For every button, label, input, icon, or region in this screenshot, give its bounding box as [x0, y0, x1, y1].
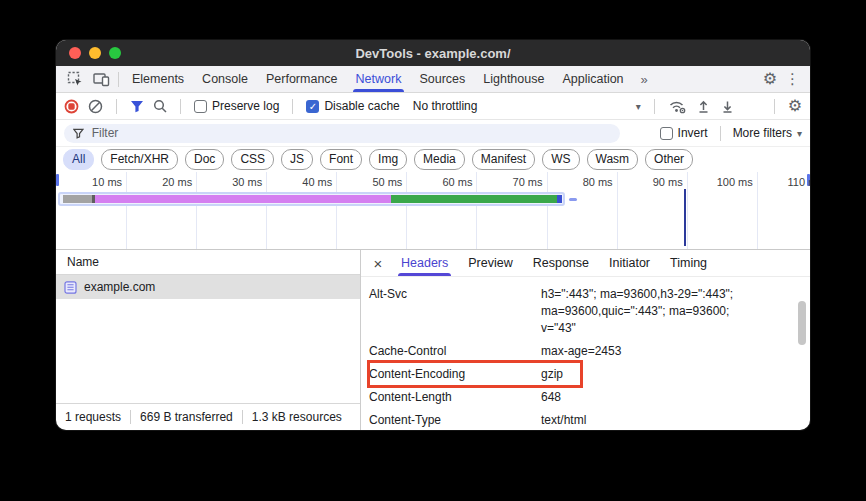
timeline-gridline [757, 172, 758, 249]
header-value: gzip [541, 366, 756, 383]
waterfall-segment-waiting [95, 195, 391, 203]
tab-network[interactable]: Network [347, 66, 411, 92]
tab-headers[interactable]: Headers [391, 250, 458, 276]
header-name: Content-Type [369, 412, 541, 429]
transferred-size: 669 B transferred [140, 410, 233, 424]
tab-timing[interactable]: Timing [660, 250, 717, 276]
header-row-alt-svc: Alt-Svc h3=":443"; ma=93600,h3-29=":443"… [369, 283, 810, 340]
divider [116, 99, 117, 114]
close-details-icon[interactable]: × [365, 250, 391, 276]
scrollbar-thumb[interactable] [798, 301, 806, 345]
filter-pill-js[interactable]: JS [281, 149, 313, 169]
divider [292, 99, 293, 114]
filter-pill-ws[interactable]: WS [542, 149, 579, 169]
header-name: Content-Encoding [369, 366, 541, 383]
header-value: max-age=2453 [541, 343, 756, 360]
event-marker-dom-content-loaded [684, 189, 686, 246]
throttling-value: No throttling [413, 99, 478, 113]
waterfall-segment-finish-tip [557, 195, 562, 203]
resources-size: 1.3 kB resources [252, 410, 342, 424]
header-value: h3=":443"; ma=93600,h3-29=":443"; ma=936… [541, 286, 756, 337]
title-bar: DevTools - example.com/ [56, 40, 810, 66]
device-toolbar-icon[interactable] [88, 66, 114, 92]
divider [242, 410, 243, 424]
tab-console[interactable]: Console [193, 66, 257, 92]
timeline-tick-label: 40 ms [278, 176, 332, 188]
divider [180, 99, 181, 114]
filter-pill-fetch-xhr[interactable]: Fetch/XHR [101, 149, 178, 169]
tab-response[interactable]: Response [523, 250, 599, 276]
timeline-gridline [336, 172, 337, 249]
filter-input[interactable] [90, 125, 611, 141]
kebab-menu-icon[interactable]: ⋮ [781, 70, 804, 88]
timeline-tick-label: 110 ms [769, 176, 810, 188]
timeline-tick-label: 70 ms [489, 176, 543, 188]
request-name: example.com [84, 280, 155, 294]
filter-input-container[interactable] [64, 124, 620, 143]
timeline-tick-label: 60 ms [418, 176, 472, 188]
tab-sources[interactable]: Sources [410, 66, 474, 92]
throttling-select[interactable]: No throttling ▾ [413, 99, 641, 113]
inspect-element-icon[interactable] [62, 66, 88, 92]
checkbox-unchecked[interactable] [194, 100, 207, 113]
filter-pill-wasm[interactable]: Wasm [587, 149, 639, 169]
tab-elements[interactable]: Elements [123, 66, 193, 92]
filter-pill-img[interactable]: Img [369, 149, 407, 169]
more-filters-button[interactable]: More filters ▾ [733, 126, 802, 140]
timeline-tick-label: 100 ms [699, 176, 753, 188]
timeline-gridline [406, 172, 407, 249]
tab-initiator[interactable]: Initiator [599, 250, 660, 276]
request-rows: example.com [56, 275, 360, 403]
tab-preview[interactable]: Preview [458, 250, 522, 276]
tab-application[interactable]: Application [553, 66, 632, 92]
header-value: text/html [541, 412, 756, 429]
divider [774, 99, 775, 114]
timeline-left-handle[interactable] [56, 174, 59, 186]
export-har-icon[interactable] [720, 99, 735, 114]
timeline-tick-label: 30 ms [208, 176, 262, 188]
clear-network-log-icon[interactable] [88, 99, 103, 114]
filter-pill-all[interactable]: All [63, 149, 94, 169]
headers-list: Alt-Svc h3=":443"; ma=93600,h3-29=":443"… [361, 277, 810, 430]
waterfall-segment-content-download [391, 195, 557, 203]
divider [130, 410, 131, 424]
preserve-log-checkbox[interactable]: Preserve log [194, 99, 279, 113]
preserve-log-label: Preserve log [212, 99, 279, 113]
import-har-icon[interactable] [696, 99, 711, 114]
record-network-log-icon[interactable] [64, 99, 79, 114]
timeline-gridline [687, 172, 688, 249]
checkbox-checked[interactable]: ✓ [306, 100, 319, 113]
filter-pill-font[interactable]: Font [320, 149, 362, 169]
filter-pill-other[interactable]: Other [645, 149, 693, 169]
settings-gear-icon[interactable]: ⚙ [763, 71, 777, 87]
filter-pill-css[interactable]: CSS [231, 149, 274, 169]
header-row-cache-control: Cache-Control max-age=2453 [369, 340, 810, 363]
close-window-button[interactable] [69, 47, 81, 59]
filter-pill-media[interactable]: Media [414, 149, 465, 169]
minimize-window-button[interactable] [89, 47, 101, 59]
name-column-header[interactable]: Name [56, 250, 360, 275]
header-row-content-length: Content-Length 648 [369, 386, 810, 409]
zoom-window-button[interactable] [109, 47, 121, 59]
tab-lighthouse[interactable]: Lighthouse [474, 66, 553, 92]
request-row-example-com[interactable]: example.com [56, 275, 360, 299]
filter-pill-manifest[interactable]: Manifest [472, 149, 535, 169]
divider [118, 72, 119, 87]
checkbox-unchecked[interactable] [660, 127, 673, 140]
header-name: Content-Length [369, 389, 541, 406]
tab-performance[interactable]: Performance [257, 66, 347, 92]
timeline-gridline [126, 172, 127, 249]
network-conditions-icon[interactable] [668, 99, 687, 114]
disable-cache-checkbox[interactable]: ✓ Disable cache [306, 99, 399, 113]
details-panel: × Headers Preview Response Initiator Tim… [361, 250, 810, 430]
invert-checkbox[interactable]: Invert [660, 126, 708, 140]
filter-icon[interactable] [130, 100, 144, 113]
search-icon[interactable] [153, 99, 167, 113]
more-tabs-icon[interactable]: » [633, 66, 656, 92]
resource-type-filters: All Fetch/XHR Doc CSS JS Font Img Media … [56, 147, 810, 172]
filter-pill-doc[interactable]: Doc [185, 149, 224, 169]
requests-panel: Name example.com 1 requests 669 B transf… [56, 250, 361, 430]
network-settings-gear-icon[interactable]: ⚙ [788, 98, 802, 114]
timeline-canvas[interactable]: 10 ms20 ms30 ms40 ms50 ms60 ms70 ms80 ms… [56, 172, 810, 250]
timeline-tick-label: 80 ms [559, 176, 613, 188]
